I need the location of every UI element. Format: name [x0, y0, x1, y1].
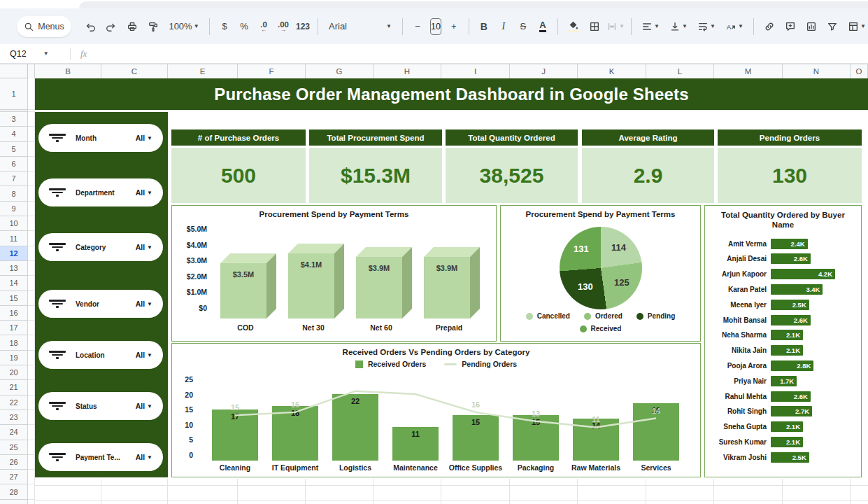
insert-comment-button[interactable] — [780, 16, 801, 37]
decrease-font-size-button[interactable]: − — [408, 16, 427, 37]
column-header-m[interactable]: M — [714, 64, 783, 79]
column-header-f[interactable]: F — [238, 64, 306, 79]
row-header-12[interactable]: 12 — [0, 246, 28, 261]
column-a-cell — [28, 396, 35, 410]
insert-chart-button[interactable] — [801, 16, 822, 37]
column-header-b[interactable]: B — [35, 64, 101, 79]
column-header-c[interactable]: C — [101, 64, 168, 79]
filter-label: Payment Te... — [76, 454, 120, 461]
chart-quantity-by-buyer[interactable]: Total Quantity Ordered by Buyer NameAmit… — [704, 205, 862, 477]
row-header-13[interactable]: 13 — [0, 261, 28, 276]
row-header-18[interactable]: 18 — [0, 335, 28, 350]
row-header-14[interactable]: 14 — [0, 276, 28, 290]
filter-location[interactable]: LocationAll▼ — [38, 341, 163, 369]
strikethrough-button[interactable]: S — [513, 16, 533, 37]
row-header-29[interactable]: 29 — [0, 500, 28, 504]
row-header-1[interactable]: 1 — [0, 78, 28, 110]
formula-input[interactable] — [87, 44, 868, 63]
row-header-7[interactable]: 7 — [0, 172, 28, 186]
select-all-corner[interactable] — [0, 64, 28, 78]
column-a-sliver — [28, 78, 35, 504]
row-header-21[interactable]: 21 — [0, 380, 28, 395]
table-tools-button[interactable]: ▼ — [843, 16, 868, 37]
column-header-o[interactable]: O — [851, 64, 868, 79]
filter-payment-te-[interactable]: Payment Te...All▼ — [38, 443, 163, 471]
buyer-row: Rohit Singh2.7K — [711, 405, 857, 419]
text-rotation-button[interactable]: A▼ — [720, 16, 748, 37]
row-header-19[interactable]: 19 — [0, 351, 28, 365]
filter-month[interactable]: MonthAll▼ — [38, 124, 163, 152]
row-header-16[interactable]: 16 — [0, 306, 28, 321]
row-header-5[interactable]: 5 — [0, 142, 28, 157]
legend-label: Pending — [648, 312, 675, 320]
row-header-22[interactable]: 22 — [0, 396, 28, 410]
chart-title: Procurement Spend by Payment Terms — [501, 210, 700, 218]
row-header-15[interactable]: 15 — [0, 291, 28, 306]
slicer-filter-icon — [49, 243, 66, 251]
text-wrap-button[interactable]: ▼ — [692, 16, 720, 37]
italic-button[interactable]: I — [494, 16, 513, 37]
column-header-j[interactable]: J — [510, 64, 578, 79]
column-header-h[interactable]: H — [373, 64, 441, 79]
merge-cells-button[interactable]: ▼ — [605, 16, 626, 37]
undo-button[interactable] — [80, 16, 101, 37]
row-header-3[interactable]: 3 — [0, 112, 28, 127]
row-header-27[interactable]: 27 — [0, 470, 28, 484]
row-header-20[interactable]: 20 — [0, 365, 28, 380]
more-formats-button[interactable]: 123 — [293, 16, 313, 37]
text-color-button[interactable]: A — [533, 16, 553, 37]
filter-value: All — [136, 351, 145, 359]
chart-spend-by-payment-terms-bar[interactable]: Procurement Spend by Payment Terms$5.0M$… — [171, 205, 497, 342]
filter-status[interactable]: StatusAll▼ — [38, 392, 163, 420]
chart-received-vs-pending[interactable]: Received Orders Vs Pending Orders by Cat… — [171, 343, 701, 477]
row-header-10[interactable]: 10 — [0, 216, 28, 231]
column-header-e[interactable]: E — [168, 64, 238, 79]
buyer-bar: 2.1K — [771, 421, 803, 432]
row-header-26[interactable]: 26 — [0, 455, 28, 470]
column-header-k[interactable]: K — [578, 64, 646, 79]
filter-category[interactable]: CategoryAll▼ — [38, 233, 163, 261]
horizontal-align-button[interactable]: ▼ — [636, 16, 664, 37]
create-filter-button[interactable] — [822, 16, 843, 37]
bold-button[interactable]: B — [474, 16, 494, 37]
redo-button[interactable] — [101, 16, 122, 37]
column-header-i[interactable]: I — [441, 64, 510, 79]
column-header-g[interactable]: G — [306, 64, 373, 79]
menus-search-button[interactable]: Menus — [17, 16, 71, 37]
font-select[interactable]: Arial▼ — [323, 16, 397, 37]
decrease-decimal-button[interactable]: .0← — [254, 16, 273, 37]
row-header-8[interactable]: 8 — [0, 186, 28, 201]
filter-vendor[interactable]: VendorAll▼ — [38, 290, 163, 318]
vertical-align-button[interactable]: ▼ — [664, 16, 692, 37]
row-header-17[interactable]: 17 — [0, 321, 28, 335]
borders-button[interactable] — [584, 16, 605, 37]
increase-decimal-button[interactable]: .00→ — [273, 16, 293, 37]
format-percent-button[interactable]: % — [234, 16, 254, 37]
insert-link-button[interactable] — [759, 16, 780, 37]
filter-bar — [56, 140, 59, 142]
fill-color-button[interactable] — [563, 16, 584, 37]
row-header-23[interactable]: 23 — [0, 410, 28, 425]
increase-decimal-icon: .00→ — [278, 21, 289, 32]
increase-font-size-button[interactable]: + — [444, 16, 464, 37]
print-button[interactable] — [122, 16, 143, 37]
row-header-6[interactable]: 6 — [0, 157, 28, 172]
paint-format-button[interactable] — [143, 16, 164, 37]
column-headers: BCEFGHIJKLMNO — [28, 64, 868, 78]
column-header-l[interactable]: L — [646, 64, 714, 79]
font-size-input[interactable]: 10 — [430, 18, 441, 35]
name-box[interactable]: Q12 ▼ — [0, 49, 70, 59]
row-header-25[interactable]: 25 — [0, 440, 28, 455]
zoom-select[interactable]: 100%▼ — [164, 16, 204, 37]
row-header-24[interactable]: 24 — [0, 425, 28, 440]
row-header-4[interactable]: 4 — [0, 127, 28, 141]
row-header-11[interactable]: 11 — [0, 231, 28, 246]
column-header-blank[interactable] — [28, 64, 35, 79]
format-currency-button[interactable]: $ — [215, 16, 234, 37]
row-header-28[interactable]: 28 — [0, 484, 28, 499]
filter-department[interactable]: DepartmentAll▼ — [38, 178, 163, 206]
chart-spend-by-payment-terms-pie[interactable]: Procurement Spend by Payment Terms114125… — [500, 205, 701, 342]
column-header-n[interactable]: N — [783, 64, 851, 79]
bar-side-face — [334, 244, 344, 318]
row-header-9[interactable]: 9 — [0, 202, 28, 216]
